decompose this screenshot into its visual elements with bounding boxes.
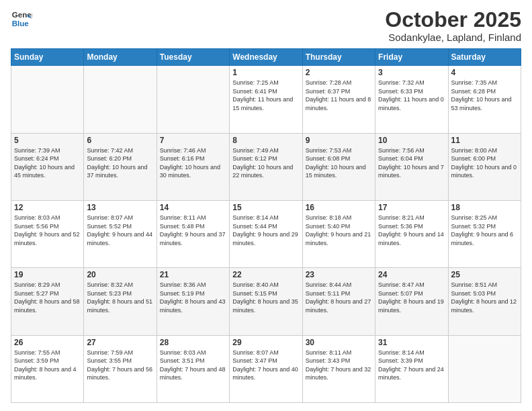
cell-1-6: 11Sunrise: 8:00 AM Sunset: 6:00 PM Dayli… [448,133,521,200]
page: General Blue October 2025 Sodankylae, La… [0,0,532,411]
day-number: 10 [378,136,445,145]
day-number: 20 [87,270,153,279]
day-info: Sunrise: 8:03 AM Sunset: 5:56 PM Dayligh… [14,214,81,247]
day-info: Sunrise: 8:00 AM Sunset: 6:00 PM Dayligh… [451,146,518,180]
col-wednesday: Wednesday [230,49,302,66]
day-number: 25 [451,270,518,279]
week-row-3: 19Sunrise: 8:29 AM Sunset: 5:27 PM Dayli… [11,268,521,335]
day-number: 1 [232,68,299,77]
day-info: Sunrise: 8:11 AM Sunset: 3:43 PM Dayligh… [306,349,372,382]
day-number: 2 [306,68,372,77]
cell-2-6: 18Sunrise: 8:25 AM Sunset: 5:32 PM Dayli… [448,200,521,267]
calendar-table: Sunday Monday Tuesday Wednesday Thursday… [11,48,521,403]
day-number: 11 [451,136,518,145]
cell-2-1: 13Sunrise: 8:07 AM Sunset: 5:52 PM Dayli… [84,200,157,267]
day-info: Sunrise: 8:07 AM Sunset: 5:52 PM Dayligh… [87,214,153,247]
svg-text:Blue: Blue [12,19,30,28]
cell-4-2: 28Sunrise: 8:03 AM Sunset: 3:51 PM Dayli… [157,335,229,402]
cell-0-1 [84,66,157,133]
cell-3-2: 21Sunrise: 8:36 AM Sunset: 5:19 PM Dayli… [157,268,229,335]
day-number: 23 [306,270,372,279]
calendar-header-row: Sunday Monday Tuesday Wednesday Thursday… [11,49,521,66]
day-info: Sunrise: 7:53 AM Sunset: 6:08 PM Dayligh… [306,146,372,180]
col-tuesday: Tuesday [157,49,229,66]
cell-0-0 [11,66,84,133]
location-title: Sodankylae, Lapland, Finland [385,32,521,43]
day-number: 21 [160,270,226,279]
cell-4-1: 27Sunrise: 7:59 AM Sunset: 3:55 PM Dayli… [84,335,157,402]
day-info: Sunrise: 7:46 AM Sunset: 6:16 PM Dayligh… [160,146,226,180]
day-info: Sunrise: 7:28 AM Sunset: 6:37 PM Dayligh… [306,79,372,112]
cell-4-6 [448,335,521,402]
cell-1-0: 5Sunrise: 7:39 AM Sunset: 6:24 PM Daylig… [11,133,84,200]
cell-2-4: 16Sunrise: 8:18 AM Sunset: 5:40 PM Dayli… [302,200,375,267]
day-info: Sunrise: 8:11 AM Sunset: 5:48 PM Dayligh… [160,214,226,247]
day-info: Sunrise: 8:36 AM Sunset: 5:19 PM Dayligh… [160,281,226,314]
col-thursday: Thursday [302,49,375,66]
day-info: Sunrise: 7:55 AM Sunset: 3:59 PM Dayligh… [14,349,81,382]
cell-2-3: 15Sunrise: 8:14 AM Sunset: 5:44 PM Dayli… [230,200,302,267]
col-saturday: Saturday [448,49,521,66]
day-number: 22 [232,270,299,279]
day-number: 8 [232,136,299,145]
col-sunday: Sunday [11,49,84,66]
day-info: Sunrise: 8:32 AM Sunset: 5:23 PM Dayligh… [87,281,153,314]
cell-1-3: 8Sunrise: 7:49 AM Sunset: 6:12 PM Daylig… [230,133,302,200]
svg-text:General: General [12,11,32,19]
day-number: 27 [87,338,153,347]
day-info: Sunrise: 7:59 AM Sunset: 3:55 PM Dayligh… [87,349,153,382]
cell-0-4: 2Sunrise: 7:28 AM Sunset: 6:37 PM Daylig… [302,66,375,133]
day-number: 5 [14,136,81,145]
cell-1-2: 7Sunrise: 7:46 AM Sunset: 6:16 PM Daylig… [157,133,229,200]
cell-0-2 [157,66,229,133]
day-number: 28 [160,338,226,347]
cell-2-2: 14Sunrise: 8:11 AM Sunset: 5:48 PM Dayli… [157,200,229,267]
col-friday: Friday [375,49,448,66]
day-number: 16 [306,203,372,212]
day-info: Sunrise: 8:25 AM Sunset: 5:32 PM Dayligh… [451,214,518,247]
cell-4-5: 31Sunrise: 8:14 AM Sunset: 3:39 PM Dayli… [375,335,448,402]
day-number: 19 [14,270,81,279]
week-row-1: 5Sunrise: 7:39 AM Sunset: 6:24 PM Daylig… [11,133,521,200]
day-number: 17 [378,203,445,212]
day-info: Sunrise: 8:29 AM Sunset: 5:27 PM Dayligh… [14,281,81,314]
day-number: 18 [451,203,518,212]
day-info: Sunrise: 8:44 AM Sunset: 5:11 PM Dayligh… [306,281,372,314]
day-info: Sunrise: 8:14 AM Sunset: 3:39 PM Dayligh… [378,349,445,382]
day-info: Sunrise: 7:35 AM Sunset: 6:28 PM Dayligh… [451,79,518,112]
cell-3-6: 25Sunrise: 8:51 AM Sunset: 5:03 PM Dayli… [448,268,521,335]
day-info: Sunrise: 7:32 AM Sunset: 6:33 PM Dayligh… [378,79,445,112]
day-info: Sunrise: 8:18 AM Sunset: 5:40 PM Dayligh… [306,214,372,247]
day-info: Sunrise: 8:14 AM Sunset: 5:44 PM Dayligh… [232,214,299,247]
day-number: 15 [232,203,299,212]
cell-0-3: 1Sunrise: 7:25 AM Sunset: 6:41 PM Daylig… [230,66,302,133]
day-number: 31 [378,338,445,347]
week-row-4: 26Sunrise: 7:55 AM Sunset: 3:59 PM Dayli… [11,335,521,402]
title-block: October 2025 Sodankylae, Lapland, Finlan… [385,8,521,43]
day-info: Sunrise: 7:49 AM Sunset: 6:12 PM Dayligh… [232,146,299,180]
day-info: Sunrise: 8:40 AM Sunset: 5:15 PM Dayligh… [232,281,299,314]
cell-1-1: 6Sunrise: 7:42 AM Sunset: 6:20 PM Daylig… [84,133,157,200]
cell-0-5: 3Sunrise: 7:32 AM Sunset: 6:33 PM Daylig… [375,66,448,133]
day-number: 6 [87,136,153,145]
cell-2-0: 12Sunrise: 8:03 AM Sunset: 5:56 PM Dayli… [11,200,84,267]
week-row-0: 1Sunrise: 7:25 AM Sunset: 6:41 PM Daylig… [11,66,521,133]
cell-1-4: 9Sunrise: 7:53 AM Sunset: 6:08 PM Daylig… [302,133,375,200]
day-number: 4 [451,68,518,77]
logo: General Blue [11,8,32,30]
cell-3-4: 23Sunrise: 8:44 AM Sunset: 5:11 PM Dayli… [302,268,375,335]
week-row-2: 12Sunrise: 8:03 AM Sunset: 5:56 PM Dayli… [11,200,521,267]
day-info: Sunrise: 8:51 AM Sunset: 5:03 PM Dayligh… [451,281,518,314]
month-title: October 2025 [385,8,521,32]
day-number: 3 [378,68,445,77]
col-monday: Monday [84,49,157,66]
day-info: Sunrise: 8:47 AM Sunset: 5:07 PM Dayligh… [378,281,445,314]
cell-1-5: 10Sunrise: 7:56 AM Sunset: 6:04 PM Dayli… [375,133,448,200]
cell-3-1: 20Sunrise: 8:32 AM Sunset: 5:23 PM Dayli… [84,268,157,335]
day-info: Sunrise: 8:21 AM Sunset: 5:36 PM Dayligh… [378,214,445,247]
day-info: Sunrise: 7:25 AM Sunset: 6:41 PM Dayligh… [232,79,299,112]
cell-3-0: 19Sunrise: 8:29 AM Sunset: 5:27 PM Dayli… [11,268,84,335]
logo-icon: General Blue [11,8,32,30]
day-number: 30 [306,338,372,347]
day-number: 7 [160,136,226,145]
